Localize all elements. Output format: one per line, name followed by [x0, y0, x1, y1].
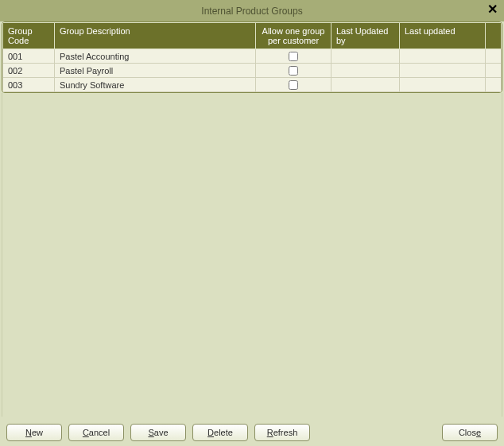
close-button[interactable]: Close	[442, 424, 498, 441]
col-header-allow[interactable]: Allow one group per customer	[256, 23, 331, 49]
table-row[interactable]: 003 Sundry Software	[3, 78, 502, 92]
close-icon[interactable]: ✕	[485, 3, 499, 17]
table-row[interactable]: 002 Pastel Payroll	[3, 64, 502, 78]
cell-allow[interactable]	[256, 64, 331, 78]
allow-checkbox[interactable]	[289, 80, 298, 90]
cancel-button[interactable]: Cancel	[68, 424, 124, 441]
cell-allow[interactable]	[256, 49, 331, 64]
cell-updated-by[interactable]	[331, 49, 400, 64]
title-bar: Internal Product Groups ✕	[0, 0, 504, 21]
allow-checkbox[interactable]	[289, 52, 298, 61]
cell-updated-at[interactable]	[400, 78, 486, 92]
cell-desc[interactable]: Pastel Payroll	[55, 64, 256, 78]
cell-code[interactable]: 002	[3, 64, 55, 78]
table-header-row: Group Code Group Description Allow one g…	[3, 23, 502, 49]
table-body: 001 Pastel Accounting 002 Pastel Payroll	[3, 49, 502, 92]
cell-updated-by[interactable]	[331, 64, 400, 78]
allow-checkbox[interactable]	[289, 66, 298, 76]
button-bar: New Cancel Save Delete Refresh Close	[0, 417, 504, 444]
col-header-desc[interactable]: Group Description	[55, 23, 256, 49]
col-header-updated-by[interactable]: Last Updated by	[331, 23, 400, 49]
delete-button[interactable]: Delete	[192, 424, 248, 441]
content-area: Group Code Group Description Allow one g…	[0, 21, 504, 417]
cell-spacer	[486, 78, 502, 92]
cell-desc[interactable]: Pastel Accounting	[55, 49, 256, 64]
col-header-spacer	[486, 23, 502, 49]
cell-updated-at[interactable]	[400, 64, 486, 78]
save-button[interactable]: Save	[130, 424, 186, 441]
table-row[interactable]: 001 Pastel Accounting	[3, 49, 502, 64]
cell-allow[interactable]	[256, 78, 331, 92]
new-button[interactable]: New	[6, 424, 62, 441]
cell-spacer	[486, 49, 502, 64]
cell-updated-by[interactable]	[331, 78, 400, 92]
cell-desc[interactable]: Sundry Software	[55, 78, 256, 92]
cell-updated-at[interactable]	[400, 49, 486, 64]
window-title: Internal Product Groups	[201, 6, 302, 17]
cell-spacer	[486, 64, 502, 78]
refresh-button[interactable]: Refresh	[254, 424, 310, 441]
col-header-code[interactable]: Group Code	[3, 23, 55, 49]
grid-container: Group Code Group Description Allow one g…	[2, 21, 502, 93]
col-header-updated-at[interactable]: Last updated	[400, 23, 486, 49]
grid-empty-area	[2, 93, 502, 417]
product-groups-table: Group Code Group Description Allow one g…	[2, 22, 502, 92]
cell-code[interactable]: 003	[3, 78, 55, 92]
cell-code[interactable]: 001	[3, 49, 55, 64]
